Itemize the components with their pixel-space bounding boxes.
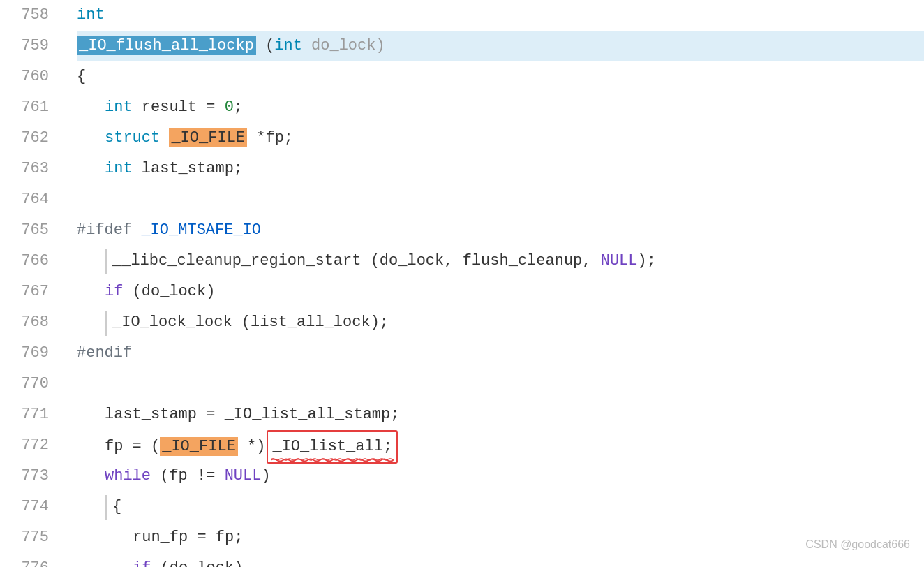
line-num-768: 768	[0, 307, 49, 338]
preprocessor-endif-769: #endif	[77, 344, 132, 362]
code-text-767: (do_lock)	[123, 283, 215, 300]
keyword-while-773: while	[105, 467, 151, 485]
code-text-774: {	[112, 498, 121, 515]
highlighted-struct-762: _IO_FILE	[169, 128, 247, 147]
null-766: NULL	[601, 252, 638, 270]
code-text-771: last_stamp = _IO_list_all_stamp;	[105, 406, 399, 423]
line-num-776: 776	[0, 553, 49, 567]
keyword-if-776: if	[133, 559, 151, 567]
code-text-763: last_stamp;	[133, 160, 243, 177]
code-line-775: run_fp = fp;	[77, 522, 924, 553]
code-line-768: _IO_lock_lock (list_all_lock);	[77, 307, 924, 338]
code-line-763: int last_stamp;	[77, 154, 924, 184]
line-num-760: 760	[0, 61, 49, 92]
macro-name-765: _IO_MTSAFE_IO	[141, 221, 261, 239]
watermark: CSDN @goodcat666	[805, 529, 910, 560]
code-text-759b: do_lock)	[302, 37, 385, 54]
line-num-763: 763	[0, 154, 49, 184]
code-line-762: struct _IO_FILE *fp;	[77, 123, 924, 154]
code-space-762	[160, 129, 169, 147]
line-num-762: 762	[0, 123, 49, 154]
code-line-773: while (fp != NULL)	[77, 461, 924, 492]
code-text-761b: ;	[234, 98, 243, 116]
code-text-775: run_fp = fp;	[133, 529, 243, 546]
line-num-774: 774	[0, 492, 49, 522]
line-num-766: 766	[0, 246, 49, 277]
code-line-770	[77, 369, 924, 399]
code-text-766a: __libc_cleanup_region_start (do_lock, fl…	[112, 252, 601, 270]
code-line-764	[77, 184, 924, 215]
code-line-767: if (do_lock)	[77, 277, 924, 307]
preprocessor-ifdef-765: #ifdef	[77, 221, 132, 239]
code-line-761: int result = 0;	[77, 92, 924, 123]
code-line-772: fp = (_IO_FILE *) _IO_list_all;	[77, 430, 924, 461]
line-num-775: 775	[0, 522, 49, 553]
code-space-765	[132, 221, 141, 239]
highlighted-struct-772: _IO_FILE	[160, 437, 238, 456]
code-line-758: int	[77, 0, 924, 31]
keyword-struct-762: struct	[105, 129, 160, 147]
line-numbers: 758 759 760 761 762 763 764 765 766 767 …	[0, 0, 63, 567]
keyword-int-761: int	[105, 98, 133, 116]
code-text-773b: )	[261, 467, 270, 485]
code-editor: 758 759 760 761 762 763 764 765 766 767 …	[0, 0, 924, 567]
code-text-759a: (	[256, 37, 274, 54]
line-num-765: 765	[0, 215, 49, 246]
code-text-776: (do_lock)	[151, 559, 243, 567]
line-num-771: 771	[0, 399, 49, 430]
code-content: int _IO_flush_all_lockp (int do_lock) { …	[63, 0, 924, 567]
code-line-765: #ifdef _IO_MTSAFE_IO	[77, 215, 924, 246]
keyword-int-759: int	[274, 37, 302, 54]
red-box-772: _IO_list_all;	[267, 430, 398, 464]
line-num-773: 773	[0, 461, 49, 492]
line-num-772: 772	[0, 430, 49, 461]
code-line-771: last_stamp = _IO_list_all_stamp;	[77, 399, 924, 430]
code-text-772b: *)	[238, 438, 266, 455]
line-num-770: 770	[0, 369, 49, 399]
code-text-768: _IO_lock_lock (list_all_lock);	[112, 314, 389, 331]
line-num-769: 769	[0, 338, 49, 369]
line-num-764: 764	[0, 184, 49, 215]
code-line-760: {	[77, 61, 924, 92]
keyword-int-758: int	[77, 6, 105, 24]
code-text-772a: fp = (	[105, 438, 160, 455]
code-line-769: #endif	[77, 338, 924, 369]
code-text-773a: (fp !=	[151, 467, 225, 485]
code-line-774: {	[77, 492, 924, 522]
line-num-759: 759	[0, 31, 49, 61]
io-list-all-772: _IO_list_all;	[272, 438, 392, 455]
code-line-776: if (do_lock)	[77, 553, 924, 567]
code-text-760: {	[77, 68, 86, 85]
keyword-if-767: if	[105, 283, 123, 300]
number-0-761: 0	[225, 98, 234, 116]
code-line-759: _IO_flush_all_lockp (int do_lock)	[77, 31, 924, 61]
highlighted-fn-759: _IO_flush_all_lockp	[77, 36, 256, 55]
line-num-758: 758	[0, 0, 49, 31]
code-text-761a: result =	[133, 98, 225, 116]
null-773: NULL	[225, 467, 262, 485]
code-line-766: __libc_cleanup_region_start (do_lock, fl…	[77, 246, 924, 277]
keyword-int-763: int	[105, 160, 133, 177]
code-text-766b: );	[638, 252, 656, 270]
code-text-762b: *fp;	[247, 129, 293, 147]
line-num-761: 761	[0, 92, 49, 123]
line-num-767: 767	[0, 277, 49, 307]
